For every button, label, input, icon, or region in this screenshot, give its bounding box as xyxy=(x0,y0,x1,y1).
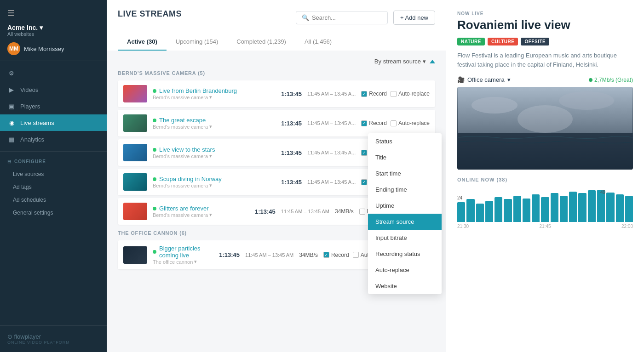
record-checkbox[interactable] xyxy=(359,209,365,215)
stream-name[interactable]: Live view to the stars xyxy=(153,146,276,153)
record-checkbox[interactable]: ✓ xyxy=(361,150,367,156)
sidebar-item-analytics[interactable]: ▦ Analytics xyxy=(0,131,107,148)
sidebar-item-settings[interactable]: ⚙ xyxy=(0,65,107,81)
detail-camera-row: 🎥 Office camera ▾ 2,7Mb/s (Great) xyxy=(446,76,644,87)
chart-bar xyxy=(504,199,512,222)
sidebar-item-videos[interactable]: ▶ Videos xyxy=(0,81,107,98)
stream-name[interactable]: Live from Berlin Brandenburg xyxy=(153,87,276,94)
search-box[interactable]: 🔍 xyxy=(296,11,388,24)
org-name[interactable]: Acme Inc. ▾ xyxy=(7,24,99,31)
auto-replace-checkbox[interactable] xyxy=(391,120,397,126)
chart-bar xyxy=(523,199,530,222)
chart-bar xyxy=(494,197,502,222)
tab-all[interactable]: All (1,456) xyxy=(295,34,341,51)
record-checkbox-label[interactable]: ✓ Record xyxy=(361,91,387,97)
dropdown-item-ending-time[interactable]: Ending time xyxy=(368,182,442,198)
now-live-label: NOW LIVE xyxy=(446,0,644,18)
menu-icon[interactable]: ☰ xyxy=(7,8,99,18)
stream-thumbnail xyxy=(123,144,147,161)
brand-sub: ONLINE VIDEO PLATFORM xyxy=(7,340,70,345)
dropdown-item-status[interactable]: Status xyxy=(368,133,442,149)
auto-replace-checkbox-label[interactable]: Auto-replace xyxy=(391,91,430,97)
chart-bar xyxy=(532,194,540,222)
stream-source[interactable]: Bernd's massive camera ▾ xyxy=(153,124,276,130)
dropdown-item-input-bitrate[interactable]: Input bitrate xyxy=(368,230,442,246)
sidebar-item-players[interactable]: ▣ Players xyxy=(0,98,107,114)
stream-source[interactable]: Bernd's massive camera ▾ xyxy=(153,212,249,218)
live-icon: ◉ xyxy=(7,119,16,127)
preview-image xyxy=(457,87,633,170)
record-checkbox[interactable]: ✓ xyxy=(361,120,367,126)
search-input[interactable] xyxy=(312,14,382,21)
user-row: MM Mike Morrissey xyxy=(7,42,99,55)
stream-controls: ✓ Record Auto-replace xyxy=(361,120,430,126)
stream-source[interactable]: Bernd's massive camera ▾ xyxy=(153,182,276,188)
chart-bar xyxy=(513,196,521,222)
dropdown-item-auto-replace[interactable]: Auto-replace xyxy=(368,262,442,278)
stream-name[interactable]: Bigger particles coming live xyxy=(153,245,213,259)
main-content: LIVE STREAMS 🔍 + Add new Active (30) Upc… xyxy=(107,0,446,352)
dropdown-item-title[interactable]: Title xyxy=(368,149,442,165)
stream-duration: 1:13:45 xyxy=(281,149,302,156)
configure-item-ad-tags[interactable]: Ad tags xyxy=(0,181,107,193)
chevron-down-icon: ▾ xyxy=(423,58,426,65)
auto-replace-checkbox[interactable] xyxy=(353,252,359,258)
stream-name[interactable]: Scupa diving in Norway xyxy=(153,176,276,182)
live-indicator xyxy=(153,89,156,93)
stream-range: 11:45 AM – 13:45 A... xyxy=(307,91,356,97)
record-checkbox-label[interactable]: ✓ Record xyxy=(323,252,349,258)
stream-thumbnail xyxy=(123,173,147,191)
chart-bar xyxy=(466,199,474,222)
auto-replace-checkbox[interactable] xyxy=(391,91,397,97)
chart-bar xyxy=(625,196,633,222)
dropdown-item-recording-status[interactable]: Recording status xyxy=(368,246,442,262)
stream-size: 34MB/s xyxy=(335,208,354,215)
filter-button[interactable]: By stream source ▾ xyxy=(374,58,426,65)
configure-item-general-settings[interactable]: General settings xyxy=(0,206,107,219)
configure-section: ⊟ CONFIGURE Live sources Ad tags Ad sche… xyxy=(0,152,107,225)
chart-min-label: 24 xyxy=(457,195,462,200)
dropdown-item-website[interactable]: Website xyxy=(368,278,442,294)
stream-name[interactable]: Glitters are forever xyxy=(153,205,249,212)
dropdown-item-uptime[interactable]: Uptime xyxy=(368,198,442,214)
record-checkbox[interactable]: ✓ xyxy=(323,252,329,258)
stream-thumbnail xyxy=(123,114,147,132)
stream-range: 11:45 AM – 13:45 A... xyxy=(307,179,356,185)
tab-upcoming[interactable]: Upcoming (154) xyxy=(167,34,228,51)
sort-arrow-icon[interactable] xyxy=(430,60,435,63)
auto-replace-checkbox-label[interactable]: Auto-replace xyxy=(391,120,430,126)
stream-name[interactable]: The great escape xyxy=(153,117,276,124)
configure-item-live-sources[interactable]: Live sources xyxy=(0,168,107,181)
chart-label-mid: 21:45 xyxy=(539,224,551,229)
record-checkbox[interactable]: ✓ xyxy=(361,91,367,97)
dropdown-item-start-time[interactable]: Start time xyxy=(368,165,442,182)
chart-bar xyxy=(485,201,493,222)
camera-label[interactable]: 🎥 Office camera ▾ xyxy=(457,76,511,83)
stream-source[interactable]: Bernd's massive camera ▾ xyxy=(153,94,276,100)
page-title: LIVE STREAMS xyxy=(118,9,182,19)
streams-list: By stream source ▾ Status Title Start ti… xyxy=(107,51,446,352)
sidebar: ☰ Acme Inc. ▾ All websites MM Mike Morri… xyxy=(0,0,107,352)
tag-offsite: OFFSITE xyxy=(521,38,549,45)
stream-source[interactable]: Bernd's massive camera ▾ xyxy=(153,153,276,159)
avatar: MM xyxy=(7,42,20,55)
dropdown-item-stream-source[interactable]: Stream source xyxy=(368,214,442,230)
main-header: LIVE STREAMS 🔍 + Add new Active (30) Upc… xyxy=(107,0,446,51)
stream-duration: 1:13:45 xyxy=(281,91,302,97)
tab-completed[interactable]: Completed (1,239) xyxy=(227,34,295,51)
stream-source[interactable]: The office cannon ▾ xyxy=(153,259,213,265)
detail-preview xyxy=(457,87,633,170)
stream-thumbnail xyxy=(123,85,147,102)
org-subtitle: All websites xyxy=(7,31,99,37)
record-checkbox-label[interactable]: ✓ Record xyxy=(361,120,387,126)
record-checkbox[interactable]: ✓ xyxy=(361,179,367,185)
tabs: Active (30) Upcoming (154) Completed (1,… xyxy=(118,34,435,51)
sidebar-item-live-streams[interactable]: ◉ Live streams xyxy=(0,114,107,131)
stream-duration: 1:13:45 xyxy=(219,251,240,258)
add-new-button[interactable]: + Add new xyxy=(393,11,435,25)
tab-active[interactable]: Active (30) xyxy=(118,34,167,51)
brand-logo: ⊙ flowplayer ONLINE VIDEO PLATFORM xyxy=(7,333,99,345)
live-indicator xyxy=(153,148,156,152)
configure-item-ad-schedules[interactable]: Ad schedules xyxy=(0,193,107,206)
chart-bar xyxy=(476,204,484,222)
